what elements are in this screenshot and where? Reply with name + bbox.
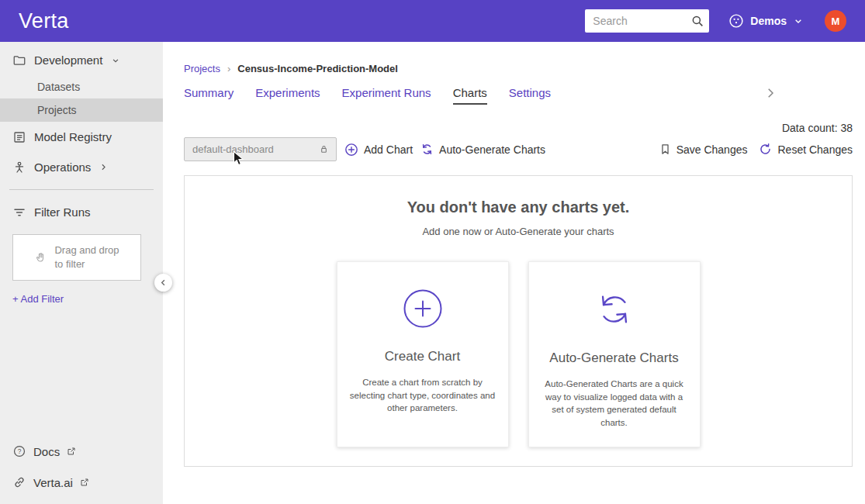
chevron-right-icon [99,162,109,172]
card-description: Create a chart from scratch by selecting… [349,376,497,415]
project-tabs: Summary Experiments Experiment Runs Char… [184,86,853,105]
main-content: Projects › Census-Income-Prediction-Mode… [163,42,865,504]
help-circle-icon: ? [12,444,26,458]
link-chain-icon [12,475,26,489]
filter-runs-label: Filter Runs [34,205,91,219]
verta-ai-link[interactable]: Verta.ai [0,467,163,498]
tab-experiment-runs[interactable]: Experiment Runs [342,86,431,105]
tab-settings[interactable]: Settings [509,86,551,105]
tab-charts[interactable]: Charts [453,86,487,105]
drag-hand-icon [34,251,47,264]
verta-ai-label: Verta.ai [33,476,73,489]
sidebar-item-label: Development [34,54,102,67]
breadcrumb-projects[interactable]: Projects [184,63,220,75]
lock-icon [318,143,330,155]
reset-changes-label: Reset Changes [777,143,853,156]
card-description: Auto-Generated Charts are a quick way to… [541,378,688,430]
reset-changes-button[interactable]: Reset Changes [758,142,853,157]
docs-label: Docs [33,445,60,458]
tabs-overflow-chevron-icon[interactable] [763,86,777,100]
refresh-icon [593,288,635,330]
sidebar-footer: ? Docs Verta.ai [0,436,163,498]
filter-runs-header: Filter Runs [0,197,163,227]
refresh-icon [420,142,434,157]
sidebar-item-label: Operations [34,161,91,174]
user-avatar[interactable]: M [825,10,846,32]
svg-text:?: ? [18,448,22,455]
search-input[interactable] [593,15,690,27]
empty-state-subtitle: Add one now or Auto-Generate your charts [185,226,852,237]
auto-generate-button[interactable]: Auto-Generate Charts [420,142,545,157]
chevron-down-icon [110,55,121,66]
sidebar-item-label: Projects [37,104,77,116]
sidebar-divider [9,189,154,190]
plus-circle-icon [403,288,443,329]
sidebar-item-development[interactable]: Development [0,45,163,75]
empty-state-title: You don't have any charts yet. [185,198,852,216]
org-name: Demos [750,15,787,27]
sidebar-item-model-registry[interactable]: Model Registry [0,122,163,152]
plus-circle-icon [344,142,359,157]
sidebar-item-operations[interactable]: Operations [0,152,163,182]
breadcrumb-separator: › [227,63,230,75]
add-filter-link[interactable]: + Add Filter [0,287,163,311]
auto-generate-charts-card[interactable]: Auto-Generate Charts Auto-Generated Char… [528,261,701,447]
auto-generate-label: Auto-Generate Charts [439,143,545,156]
org-avatar-icon [728,12,745,29]
sidebar-collapse-button[interactable] [154,274,172,292]
verta-logo[interactable]: Verta [19,9,69,33]
create-chart-card[interactable]: Create Chart Create a chart from scratch… [337,261,509,447]
dropzone-text: Drag and drop to filter [54,243,119,271]
sidebar-item-projects[interactable]: Projects [0,98,163,122]
dashboard-name-input[interactable] [192,143,318,155]
card-title: Auto-Generate Charts [549,350,678,366]
filter-icon [12,205,26,219]
dashboard-name-field [184,137,337,161]
docs-link[interactable]: ? Docs [0,436,163,467]
filter-dropzone[interactable]: Drag and drop to filter [12,234,141,281]
sidebar: Development Datasets Projects Model Regi… [0,42,163,504]
folder-icon [12,54,26,67]
external-link-icon [80,478,89,487]
bookmark-icon [659,143,672,156]
operations-icon [12,161,26,174]
registry-list-icon [12,130,26,144]
data-count: Data count: 38 [184,122,853,134]
add-chart-label: Add Chart [364,143,413,156]
save-changes-label: Save Changes [676,143,748,156]
sidebar-item-label: Datasets [37,81,80,93]
sidebar-item-label: Model Registry [34,130,112,143]
breadcrumb: Projects › Census-Income-Prediction-Mode… [184,63,853,75]
add-chart-button[interactable]: Add Chart [344,142,413,157]
chevron-down-icon [792,15,804,27]
save-changes-button[interactable]: Save Changes [659,142,748,157]
org-switcher[interactable]: Demos [728,12,804,29]
search-icon[interactable] [690,14,704,28]
top-navbar: Verta Demos M [0,0,865,42]
reset-icon [758,142,773,157]
tab-experiments[interactable]: Experiments [255,86,320,105]
empty-state-cards: Create Chart Create a chart from scratch… [185,261,852,447]
card-title: Create Chart [385,349,460,364]
external-link-icon [67,447,76,456]
charts-toolbar: Add Chart Auto-Generate Charts [184,137,853,161]
tab-summary[interactable]: Summary [184,86,234,105]
global-search [585,9,709,33]
breadcrumb-current: Census-Income-Prediction-Model [237,63,398,75]
charts-empty-panel: You don't have any charts yet. Add one n… [184,175,853,467]
toolbar-right-group: Save Changes Reset Changes [659,142,853,157]
sidebar-item-datasets[interactable]: Datasets [0,75,163,98]
